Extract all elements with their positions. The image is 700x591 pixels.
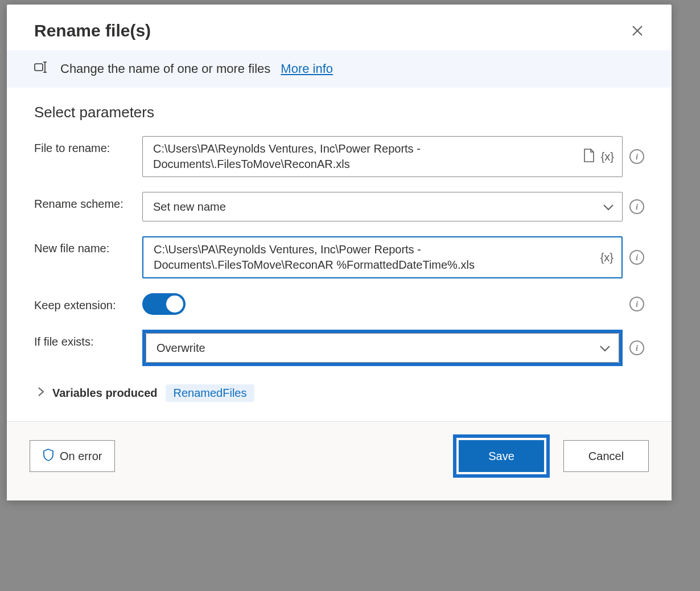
variable-picker-icon[interactable]: {x}	[601, 150, 614, 163]
info-icon[interactable]: i	[629, 149, 644, 164]
on-error-label: On error	[60, 450, 102, 463]
toggle-keep-extension[interactable]	[142, 293, 186, 315]
parameters-section: Select parameters File to rename: C:\Use…	[7, 88, 672, 421]
cancel-label: Cancel	[588, 450, 624, 463]
label-if-file-exists: If file exists:	[34, 330, 142, 348]
rename-icon	[34, 61, 50, 76]
field-rename-scheme: Rename scheme: Set new name i	[34, 192, 644, 221]
more-info-link[interactable]: More info	[281, 61, 333, 76]
toggle-knob	[166, 296, 183, 313]
save-label: Save	[488, 450, 514, 463]
variable-chip-renamedfiles[interactable]: RenamedFiles	[166, 384, 255, 402]
cancel-button[interactable]: Cancel	[563, 440, 649, 472]
info-icon[interactable]: i	[629, 340, 644, 355]
close-icon	[631, 24, 644, 37]
label-new-file-name: New file name:	[34, 236, 142, 255]
value-if-file-exists: Overwrite	[157, 342, 205, 355]
field-file-to-rename: File to rename: C:\Users\PA\Reynolds Ven…	[34, 136, 644, 177]
variables-produced-label: Variables produced	[52, 387, 158, 400]
info-icon[interactable]: i	[629, 250, 644, 265]
value-rename-scheme: Set new name	[153, 200, 226, 214]
variables-produced-row[interactable]: Variables produced RenamedFiles	[34, 381, 644, 416]
section-title: Select parameters	[34, 104, 644, 121]
label-keep-extension: Keep extension:	[34, 293, 142, 312]
info-icon[interactable]: i	[629, 297, 644, 311]
label-rename-scheme: Rename scheme:	[34, 192, 142, 211]
info-icon[interactable]: i	[629, 199, 644, 214]
highlight-if-file-exists: Overwrite	[142, 330, 623, 366]
chevron-down-icon	[599, 342, 611, 355]
svg-rect-0	[35, 64, 43, 71]
select-rename-scheme[interactable]: Set new name	[142, 192, 623, 221]
chevron-right-icon	[38, 387, 44, 400]
label-file-to-rename: File to rename:	[34, 136, 142, 155]
value-file-to-rename: C:\Users\PA\Reynolds Ventures, Inc\Power…	[153, 141, 577, 172]
dialog-title: Rename file(s)	[34, 21, 151, 40]
file-picker-icon[interactable]	[583, 148, 595, 166]
field-keep-extension: Keep extension: i	[34, 293, 644, 315]
info-banner: Change the name of one or more files Mor…	[7, 50, 672, 88]
highlight-save: Save	[453, 434, 550, 478]
input-file-to-rename[interactable]: C:\Users\PA\Reynolds Ventures, Inc\Power…	[142, 136, 623, 177]
variable-picker-icon[interactable]: {x}	[600, 251, 613, 264]
value-new-file-name: C:\Users\PA\Reynolds Ventures, Inc\Power…	[154, 242, 595, 273]
banner-text: Change the name of one or more files	[60, 61, 270, 76]
shield-icon	[43, 448, 54, 465]
save-button[interactable]: Save	[459, 440, 544, 472]
dialog-header: Rename file(s)	[7, 5, 672, 50]
dialog-footer: On error Save Cancel	[7, 421, 672, 500]
input-new-file-name[interactable]: C:\Users\PA\Reynolds Ventures, Inc\Power…	[142, 236, 623, 278]
on-error-button[interactable]: On error	[30, 440, 115, 472]
rename-files-dialog: Rename file(s) Change the name of one or…	[7, 5, 672, 500]
field-if-file-exists: If file exists: Overwrite i	[34, 330, 644, 366]
close-button[interactable]	[626, 19, 649, 42]
field-new-file-name: New file name: C:\Users\PA\Reynolds Vent…	[34, 236, 644, 278]
select-if-file-exists[interactable]: Overwrite	[146, 333, 619, 363]
chevron-down-icon	[603, 200, 614, 214]
